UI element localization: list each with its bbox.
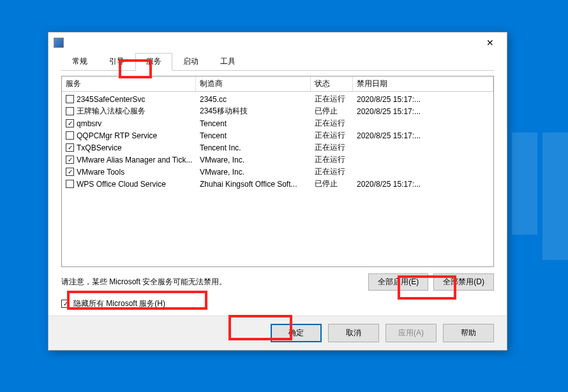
service-status: 已停止 — [311, 178, 353, 189]
table-header: 服务 制造商 状态 禁用日期 — [62, 76, 493, 92]
service-manufacturer: Tencent — [196, 119, 311, 128]
service-checkbox[interactable]: ✓ — [66, 143, 74, 152]
hide-microsoft-row: ✓ 隐藏所有 Microsoft 服务(H) — [61, 298, 494, 309]
service-status: 正在运行 — [311, 142, 353, 153]
service-checkbox[interactable] — [66, 95, 74, 103]
table-row[interactable]: ✓qmbsrvTencent正在运行 — [62, 117, 493, 129]
service-name: TxQBService — [77, 143, 122, 152]
service-checkbox[interactable] — [66, 131, 74, 140]
service-manufacturer: 2345移动科技 — [196, 106, 311, 117]
apply-button[interactable]: 应用(A) — [385, 324, 437, 342]
column-service[interactable]: 服务 — [62, 76, 196, 91]
ok-button[interactable]: 确定 — [271, 324, 322, 342]
service-manufacturer: VMware, Inc. — [196, 156, 311, 164]
service-name: WPS Office Cloud Service — [77, 180, 166, 189]
msconfig-window: ✕ 常规引导服务启动工具 服务 制造商 状态 禁用日期 2345SafeCent… — [48, 32, 507, 351]
tab-启动[interactable]: 启动 — [172, 53, 209, 70]
tab-服务[interactable]: 服务 — [135, 53, 172, 71]
service-name: 2345SafeCenterSvc — [77, 95, 145, 104]
service-manufacturer: Zhuhai Kingsoft Office Soft... — [196, 180, 311, 189]
service-manufacturer: Tencent Inc. — [196, 143, 311, 152]
service-date: 2020/8/25 15:17:... — [353, 131, 493, 140]
dialog-footer: 确定 取消 应用(A) 帮助 — [49, 316, 507, 350]
tab-工具[interactable]: 工具 — [209, 53, 246, 70]
service-status: 已停止 — [311, 106, 353, 117]
column-manufacturer[interactable]: 制造商 — [196, 76, 311, 91]
service-status: 正在运行 — [311, 154, 353, 165]
service-checkbox[interactable]: ✓ — [66, 168, 74, 176]
service-name: VMware Alias Manager and Tick... — [77, 156, 192, 164]
table-row[interactable]: ✓VMware ToolsVMware, Inc.正在运行 — [62, 166, 493, 178]
column-status[interactable]: 状态 — [311, 76, 353, 91]
table-row[interactable]: 王牌输入法核心服务2345移动科技已停止2020/8/25 15:17:... — [62, 105, 493, 117]
table-row[interactable]: 2345SafeCenterSvc2345.cc正在运行2020/8/25 15… — [62, 93, 493, 105]
service-date: 2020/8/25 15:17:... — [353, 180, 493, 189]
services-table: 服务 制造商 状态 禁用日期 2345SafeCenterSvc2345.cc正… — [61, 76, 494, 267]
table-row[interactable]: ✓TxQBServiceTencent Inc.正在运行 — [62, 142, 493, 154]
column-disable-date[interactable]: 禁用日期 — [353, 76, 493, 91]
tab-引导[interactable]: 引导 — [98, 53, 135, 70]
app-icon — [54, 38, 64, 48]
hide-microsoft-checkbox[interactable]: ✓ — [61, 300, 70, 308]
tab-常规[interactable]: 常规 — [61, 53, 98, 70]
table-row[interactable]: WPS Office Cloud ServiceZhuhai Kingsoft … — [62, 178, 493, 190]
service-checkbox[interactable] — [66, 107, 74, 115]
service-checkbox[interactable] — [66, 180, 74, 188]
close-button[interactable]: ✕ — [479, 35, 502, 50]
service-name: 王牌输入法核心服务 — [77, 106, 146, 117]
hide-microsoft-label: 隐藏所有 Microsoft 服务(H) — [73, 298, 165, 309]
service-status: 正在运行 — [311, 94, 353, 105]
table-row[interactable]: QQPCMgr RTP ServiceTencent正在运行2020/8/25 … — [62, 129, 493, 142]
service-date: 2020/8/25 15:17:... — [353, 107, 493, 116]
service-manufacturer: VMware, Inc. — [196, 168, 311, 177]
tab-strip: 常规引导服务启动工具 — [49, 53, 507, 70]
service-name: VMware Tools — [77, 168, 124, 177]
service-name: qmbsrv — [77, 119, 101, 128]
service-checkbox[interactable]: ✓ — [66, 119, 74, 127]
service-status: 正在运行 — [311, 118, 353, 129]
enable-all-button[interactable]: 全部启用(E) — [368, 273, 428, 291]
service-status: 正在运行 — [311, 166, 353, 177]
help-button[interactable]: 帮助 — [443, 324, 494, 342]
titlebar: ✕ — [49, 33, 507, 53]
notice-text: 请注意，某些 Microsoft 安全服务可能无法禁用。 — [61, 277, 227, 287]
service-checkbox[interactable]: ✓ — [66, 156, 74, 164]
cancel-button[interactable]: 取消 — [328, 324, 379, 342]
table-row[interactable]: ✓VMware Alias Manager and Tick...VMware,… — [62, 154, 493, 166]
table-body: 2345SafeCenterSvc2345.cc正在运行2020/8/25 15… — [62, 92, 493, 191]
service-name: QQPCMgr RTP Service — [77, 131, 157, 140]
service-status: 正在运行 — [311, 130, 353, 141]
service-manufacturer: 2345.cc — [196, 95, 311, 104]
service-manufacturer: Tencent — [196, 131, 311, 140]
disable-all-button[interactable]: 全部禁用(D) — [433, 273, 494, 291]
close-icon: ✕ — [486, 38, 494, 48]
service-date: 2020/8/25 15:17:... — [353, 95, 493, 104]
